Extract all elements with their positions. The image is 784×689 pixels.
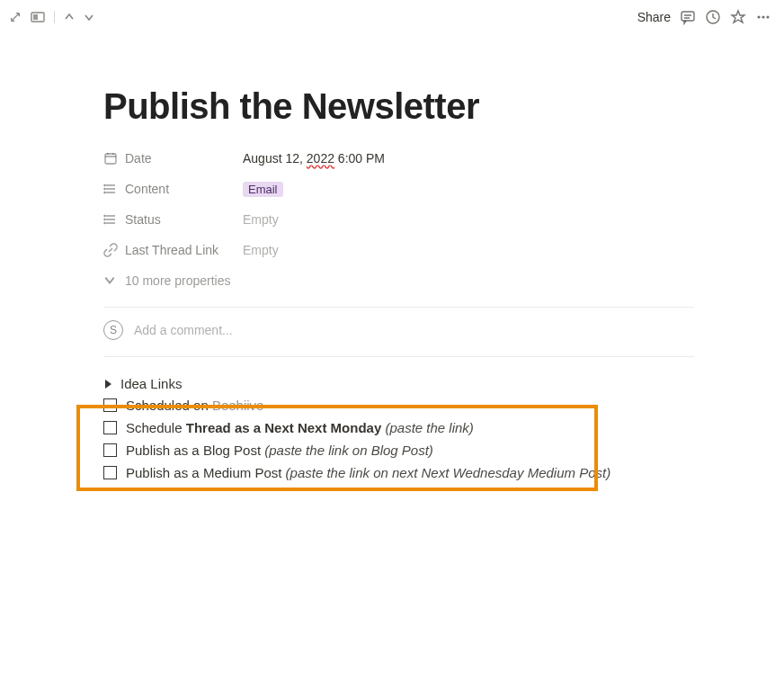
comment-input-row[interactable]: S Add a comment... (103, 320, 694, 357)
svg-rect-7 (105, 154, 116, 164)
svg-point-6 (766, 15, 769, 18)
property-value[interactable]: Email (243, 182, 283, 196)
expand-icon[interactable] (9, 11, 22, 23)
checkbox[interactable] (103, 443, 117, 457)
property-last-thread-link[interactable]: Last Thread Link Empty (103, 235, 694, 265)
multiselect-icon (103, 182, 118, 196)
more-icon[interactable] (755, 9, 771, 25)
property-value[interactable]: Empty (243, 243, 279, 257)
calendar-icon (103, 151, 118, 166)
svg-rect-1 (33, 14, 38, 20)
checkbox[interactable] (103, 466, 117, 479)
svg-point-11 (104, 216, 105, 217)
checkbox[interactable] (103, 398, 117, 412)
topbar: Share (0, 0, 784, 32)
toggle-arrow-icon[interactable] (105, 380, 111, 389)
topbar-right: Share (637, 9, 771, 25)
property-value[interactable]: Empty (243, 212, 279, 227)
link-beehiive[interactable]: Beehiive (212, 398, 264, 413)
url-icon (103, 243, 118, 257)
comment-placeholder[interactable]: Add a comment... (134, 323, 233, 337)
svg-rect-2 (682, 12, 694, 21)
todo-text[interactable]: Scheduled on Beehiive (126, 398, 263, 413)
prev-page-icon[interactable] (64, 12, 75, 22)
todo-text[interactable]: Publish as a Blog Post (paste the link o… (126, 443, 433, 458)
svg-point-10 (104, 192, 105, 193)
todo-item[interactable]: Scheduled on Beehiive (103, 394, 694, 416)
property-label-text: Status (125, 212, 161, 227)
avatar: S (103, 320, 123, 340)
property-label-text: Content (125, 182, 169, 196)
todo-text[interactable]: Schedule Thread as a Next Next Monday (p… (126, 420, 474, 435)
show-more-properties[interactable]: 10 more properties (103, 265, 694, 296)
checkbox[interactable] (103, 421, 117, 434)
property-content[interactable]: Content Email (103, 174, 694, 204)
svg-point-9 (104, 189, 105, 190)
updates-icon[interactable] (705, 9, 721, 25)
svg-point-5 (762, 15, 764, 18)
property-label: Status (103, 212, 243, 227)
property-status[interactable]: Status Empty (103, 204, 694, 235)
todo-item[interactable]: Publish as a Medium Post (paste the link… (103, 461, 694, 484)
page-content: Idea Links Scheduled on Beehiive Schedul… (103, 357, 694, 484)
peek-mode-icon[interactable] (31, 12, 45, 22)
topbar-left (9, 11, 94, 23)
more-properties-label: 10 more properties (125, 273, 231, 288)
property-label-text: Last Thread Link (125, 243, 218, 257)
property-date[interactable]: Date August 12, 2022 6:00 PM (103, 143, 694, 174)
properties-section: Date August 12, 2022 6:00 PM Content Ema… (103, 143, 694, 296)
chevron-down-icon (103, 273, 116, 289)
todo-item[interactable]: Schedule Thread as a Next Next Monday (p… (103, 416, 694, 439)
favorite-icon[interactable] (730, 9, 746, 25)
todo-text[interactable]: Publish as a Medium Post (paste the link… (126, 465, 610, 480)
page-title[interactable]: Publish the Newsletter (103, 86, 694, 127)
property-label: Date (103, 151, 243, 166)
property-value[interactable]: August 12, 2022 6:00 PM (243, 151, 385, 166)
svg-point-12 (104, 219, 105, 220)
toggle-idea-links[interactable]: Idea Links (103, 373, 694, 394)
content-tag: Email (243, 182, 283, 197)
topbar-divider (54, 11, 55, 23)
todo-item[interactable]: Publish as a Blog Post (paste the link o… (103, 439, 694, 461)
toggle-label: Idea Links (120, 376, 182, 391)
next-page-icon[interactable] (84, 12, 94, 22)
divider (103, 307, 694, 308)
comments-icon[interactable] (680, 9, 696, 25)
svg-point-4 (757, 15, 760, 18)
property-label: Last Thread Link (103, 243, 243, 257)
property-label: Content (103, 182, 243, 196)
svg-point-13 (104, 223, 105, 224)
multiselect-icon (103, 212, 118, 227)
page: Publish the Newsletter Date August 12, 2… (0, 32, 784, 484)
svg-point-8 (104, 185, 105, 186)
share-button[interactable]: Share (637, 10, 671, 24)
property-label-text: Date (125, 151, 152, 166)
